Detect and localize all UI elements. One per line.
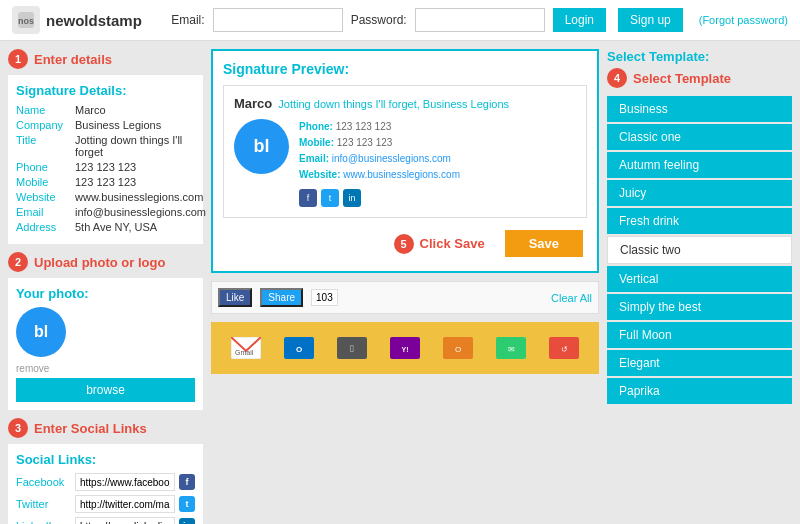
remove-photo-link[interactable]: remove xyxy=(16,363,195,374)
signup-button[interactable]: Sign up xyxy=(618,8,683,32)
sig-li-icon: in xyxy=(343,189,361,207)
facebook-like-button[interactable]: Like xyxy=(218,288,252,307)
linkedin-label: LinkedIn xyxy=(16,520,71,524)
website-link[interactable]: www.businesslegions.com xyxy=(343,169,460,180)
email-field-value: info@businesslegions.com xyxy=(75,206,206,218)
website-label: Website xyxy=(16,191,71,203)
step1-label: Enter details xyxy=(34,52,112,67)
login-button[interactable]: Login xyxy=(553,8,606,32)
template-autumnfeeling-button[interactable]: Autumn feeling xyxy=(607,152,792,178)
email-field-label: Email xyxy=(16,206,71,218)
email-clients-bar: Gmail O  Y! O ✉ ↺ xyxy=(211,322,599,374)
clear-all-button[interactable]: Clear All xyxy=(551,292,592,304)
sig-tagline-display: Jotting down things I'll forget, Busines… xyxy=(278,98,509,110)
sig-details-title: Signature Details: xyxy=(16,83,195,98)
phone-field-label: Phone: xyxy=(299,121,333,132)
template-classicone-button[interactable]: Classic one xyxy=(607,124,792,150)
sig-title-row: Title Jotting down things I'll forget xyxy=(16,134,195,158)
email-client-4-icon[interactable]: O xyxy=(440,330,476,366)
save-button[interactable]: Save xyxy=(505,230,583,257)
website-value: www.businesslegions.com xyxy=(75,191,203,203)
step5-label: Click Save xyxy=(420,236,485,251)
password-input[interactable] xyxy=(415,8,545,32)
template-section-title: Select Template: xyxy=(607,49,792,64)
sig-body: bl Phone: 123 123 123 Mobile: 123 123 12… xyxy=(234,119,576,207)
apple-mail-icon[interactable]:  xyxy=(334,330,370,366)
twitter-row: Twitter t xyxy=(16,495,195,513)
template-freshdrink-button[interactable]: Fresh drink xyxy=(607,208,792,234)
sig-logo-display: bl xyxy=(234,119,289,174)
phone-value: 123 123 123 xyxy=(75,161,136,173)
email-client-6-icon[interactable]: ↺ xyxy=(546,330,582,366)
svg-text:Gmail: Gmail xyxy=(235,349,254,356)
email-link[interactable]: info@businesslegions.com xyxy=(332,153,451,164)
sig-top: Marco Jotting down things I'll forget, B… xyxy=(234,96,576,111)
step1-header: 1 Enter details xyxy=(8,49,203,69)
sig-name-row: Name Marco xyxy=(16,104,195,116)
company-label: Company xyxy=(16,119,71,131)
social-title: Social Links: xyxy=(16,452,195,467)
step5-circle: 5 xyxy=(394,234,414,254)
center-panel: Signature Preview: Marco Jotting down th… xyxy=(211,49,599,524)
svg-text:nos: nos xyxy=(18,16,34,26)
template-classictwo-button[interactable]: Classic two xyxy=(607,236,792,264)
sig-phone-row: Phone 123 123 123 xyxy=(16,161,195,173)
social-section: Social Links: Facebook f Twitter t Linke… xyxy=(8,444,203,524)
facebook-row: Facebook f xyxy=(16,473,195,491)
template-elegant-button[interactable]: Elegant xyxy=(607,350,792,376)
email-input[interactable] xyxy=(213,8,343,32)
header: nos newoldstamp Email: Password: Login S… xyxy=(0,0,800,41)
template-paprika-button[interactable]: Paprika xyxy=(607,378,792,404)
email-field-label2: Email: xyxy=(299,153,329,164)
sig-website-row: Website www.businesslegions.com xyxy=(16,191,195,203)
template-vertical-button[interactable]: Vertical xyxy=(607,266,792,292)
photo-section: Your photo: bl remove browse xyxy=(8,278,203,410)
template-juicy-button[interactable]: Juicy xyxy=(607,180,792,206)
photo-logo: bl xyxy=(16,307,66,357)
facebook-input[interactable] xyxy=(75,473,175,491)
step1-circle: 1 xyxy=(8,49,28,69)
left-panel: 1 Enter details Signature Details: Name … xyxy=(8,49,203,524)
forgot-password-link[interactable]: (Forgot password) xyxy=(699,14,788,26)
outlook-icon[interactable]: O xyxy=(281,330,317,366)
step4-label: Select Template xyxy=(633,71,731,86)
svg-text:Y!: Y! xyxy=(401,346,408,353)
browse-button[interactable]: browse xyxy=(16,378,195,402)
template-fullmoon-button[interactable]: Full Moon xyxy=(607,322,792,348)
step2-label: Upload photo or logo xyxy=(34,255,165,270)
phone-label: Phone xyxy=(16,161,71,173)
sig-company-row: Company Business Legions xyxy=(16,119,195,131)
mobile-value: 123 123 123 xyxy=(75,176,136,188)
share-button[interactable]: Share xyxy=(260,288,303,307)
logo-initials: bl xyxy=(34,323,48,341)
share-bar: Like Share 103 Clear All xyxy=(211,281,599,314)
mobile-label: Mobile xyxy=(16,176,71,188)
template-simplybest-button[interactable]: Simply the best xyxy=(607,294,792,320)
gmail-icon[interactable]: Gmail xyxy=(228,330,264,366)
sig-email-row: Email info@businesslegions.com xyxy=(16,206,195,218)
email-label: Email: xyxy=(171,13,204,27)
linkedin-input[interactable] xyxy=(75,517,175,524)
address-value: 5th Ave NY, USA xyxy=(75,221,157,233)
signature-details-panel: Signature Details: Name Marco Company Bu… xyxy=(8,75,203,244)
sig-mobile-row: Mobile 123 123 123 xyxy=(16,176,195,188)
template-business-button[interactable]: Business xyxy=(607,96,792,122)
sig-info: Phone: 123 123 123 Mobile: 123 123 123 E… xyxy=(299,119,460,207)
twitter-label: Twitter xyxy=(16,498,71,510)
sig-social-icons: f t in xyxy=(299,189,460,207)
twitter-input[interactable] xyxy=(75,495,175,513)
step5-header: 5 Click Save xyxy=(394,234,485,254)
preview-title: Signature Preview: xyxy=(223,61,587,77)
step3-header: 3 Enter Social Links xyxy=(8,418,203,438)
sig-tw-icon: t xyxy=(321,189,339,207)
svg-text:✉: ✉ xyxy=(508,345,515,354)
company-value: Business Legions xyxy=(75,119,161,131)
title-value: Jotting down things I'll forget xyxy=(75,134,195,158)
preview-box: Signature Preview: Marco Jotting down th… xyxy=(211,49,599,273)
email-client-5-icon[interactable]: ✉ xyxy=(493,330,529,366)
twitter-icon: t xyxy=(179,496,195,512)
signature-content: Marco Jotting down things I'll forget, B… xyxy=(223,85,587,218)
yahoo-mail-icon[interactable]: Y! xyxy=(387,330,423,366)
sig-fb-icon: f xyxy=(299,189,317,207)
website-field-label: Website: xyxy=(299,169,341,180)
